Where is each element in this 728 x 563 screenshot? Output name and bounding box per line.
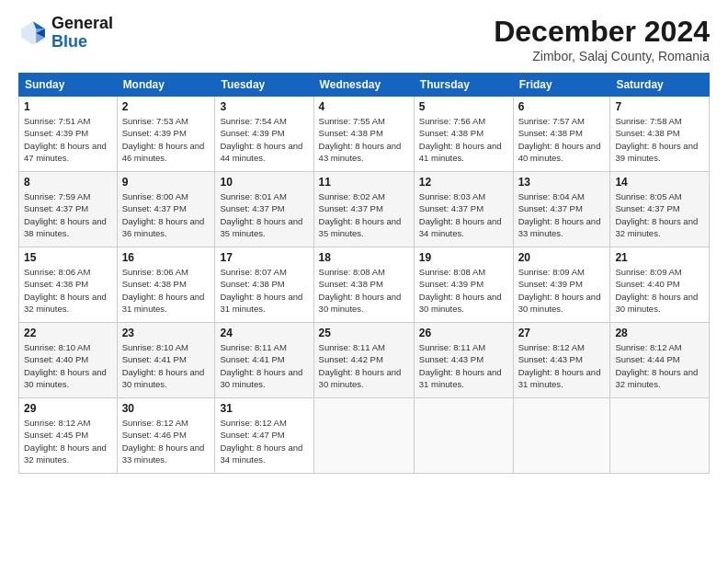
calendar-cell: [610, 398, 710, 474]
day-info: Sunrise: 8:06 AMSunset: 4:38 PMDaylight:…: [24, 267, 107, 314]
day-number: 15: [24, 251, 112, 264]
day-number: 7: [615, 100, 704, 113]
calendar-cell: 27 Sunrise: 8:12 AMSunset: 4:43 PMDaylig…: [513, 323, 610, 398]
calendar-cell: 6 Sunrise: 7:57 AMSunset: 4:38 PMDayligh…: [513, 97, 610, 172]
calendar-cell: 25 Sunrise: 8:11 AMSunset: 4:42 PMDaylig…: [313, 323, 414, 398]
weekday-header-friday: Friday: [513, 74, 610, 97]
day-info: Sunrise: 7:57 AMSunset: 4:38 PMDaylight:…: [518, 116, 601, 163]
day-number: 29: [24, 402, 112, 415]
calendar-week-row: 8 Sunrise: 7:59 AMSunset: 4:37 PMDayligh…: [19, 172, 710, 247]
day-info: Sunrise: 8:10 AMSunset: 4:41 PMDaylight:…: [122, 342, 205, 389]
calendar-cell: 2 Sunrise: 7:53 AMSunset: 4:39 PMDayligh…: [117, 97, 215, 172]
day-number: 4: [319, 100, 409, 113]
calendar-week-row: 1 Sunrise: 7:51 AMSunset: 4:39 PMDayligh…: [19, 97, 710, 172]
day-number: 14: [615, 176, 704, 189]
calendar-cell: 24 Sunrise: 8:11 AMSunset: 4:41 PMDaylig…: [215, 323, 313, 398]
calendar-cell: 26 Sunrise: 8:11 AMSunset: 4:43 PMDaylig…: [414, 323, 513, 398]
day-number: 21: [615, 251, 704, 264]
day-number: 8: [24, 176, 112, 189]
calendar-cell: [513, 398, 610, 474]
calendar-cell: 20 Sunrise: 8:09 AMSunset: 4:39 PMDaylig…: [513, 247, 610, 323]
day-info: Sunrise: 8:06 AMSunset: 4:38 PMDaylight:…: [122, 267, 205, 314]
day-number: 18: [319, 251, 409, 264]
day-info: Sunrise: 8:02 AMSunset: 4:37 PMDaylight:…: [319, 191, 402, 238]
location-subtitle: Zimbor, Salaj County, Romania: [494, 49, 710, 63]
day-info: Sunrise: 7:51 AMSunset: 4:39 PMDaylight:…: [24, 116, 107, 163]
calendar-cell: 8 Sunrise: 7:59 AMSunset: 4:37 PMDayligh…: [19, 172, 118, 247]
day-info: Sunrise: 8:12 AMSunset: 4:45 PMDaylight:…: [24, 418, 107, 465]
day-number: 30: [122, 402, 210, 415]
day-number: 13: [518, 176, 606, 189]
calendar-cell: 11 Sunrise: 8:02 AMSunset: 4:37 PMDaylig…: [313, 172, 414, 247]
calendar-week-row: 22 Sunrise: 8:10 AMSunset: 4:40 PMDaylig…: [19, 323, 710, 398]
calendar-cell: 31 Sunrise: 8:12 AMSunset: 4:47 PMDaylig…: [215, 398, 313, 474]
calendar-cell: 14 Sunrise: 8:05 AMSunset: 4:37 PMDaylig…: [610, 172, 710, 247]
day-info: Sunrise: 8:09 AMSunset: 4:39 PMDaylight:…: [518, 267, 601, 314]
day-number: 23: [122, 327, 210, 339]
day-info: Sunrise: 8:04 AMSunset: 4:37 PMDaylight:…: [518, 191, 601, 238]
calendar-cell: [313, 398, 414, 474]
day-number: 5: [419, 100, 508, 113]
calendar-cell: 9 Sunrise: 8:00 AMSunset: 4:37 PMDayligh…: [117, 172, 215, 247]
logo-general: General: [51, 15, 113, 33]
day-info: Sunrise: 7:54 AMSunset: 4:39 PMDaylight:…: [220, 116, 302, 163]
day-number: 20: [518, 251, 606, 264]
calendar-cell: 19 Sunrise: 8:08 AMSunset: 4:39 PMDaylig…: [414, 247, 513, 323]
calendar-cell: 10 Sunrise: 8:01 AMSunset: 4:37 PMDaylig…: [215, 172, 313, 247]
logo-icon: [18, 18, 48, 48]
logo-blue: Blue: [51, 33, 113, 52]
weekday-header-sunday: Sunday: [19, 74, 118, 97]
calendar-cell: 21 Sunrise: 8:09 AMSunset: 4:40 PMDaylig…: [610, 247, 710, 323]
weekday-header-thursday: Thursday: [414, 74, 513, 97]
day-number: 28: [615, 327, 704, 339]
calendar-cell: 5 Sunrise: 7:56 AMSunset: 4:38 PMDayligh…: [414, 97, 513, 172]
day-info: Sunrise: 8:00 AMSunset: 4:37 PMDaylight:…: [122, 191, 205, 238]
calendar-table: SundayMondayTuesdayWednesdayThursdayFrid…: [18, 73, 710, 474]
day-number: 9: [122, 176, 210, 189]
day-info: Sunrise: 8:12 AMSunset: 4:46 PMDaylight:…: [122, 418, 205, 465]
day-info: Sunrise: 7:53 AMSunset: 4:39 PMDaylight:…: [122, 116, 205, 163]
calendar-cell: 13 Sunrise: 8:04 AMSunset: 4:37 PMDaylig…: [513, 172, 610, 247]
calendar-cell: 15 Sunrise: 8:06 AMSunset: 4:38 PMDaylig…: [19, 247, 118, 323]
weekday-header-row: SundayMondayTuesdayWednesdayThursdayFrid…: [19, 74, 710, 97]
day-number: 31: [220, 402, 308, 415]
day-number: 27: [518, 327, 606, 339]
day-number: 12: [419, 176, 508, 189]
day-info: Sunrise: 8:03 AMSunset: 4:37 PMDaylight:…: [419, 191, 502, 238]
weekday-header-tuesday: Tuesday: [215, 74, 313, 97]
day-number: 1: [24, 100, 112, 113]
day-number: 26: [419, 327, 508, 339]
day-info: Sunrise: 8:11 AMSunset: 4:41 PMDaylight:…: [220, 342, 302, 389]
day-info: Sunrise: 8:11 AMSunset: 4:43 PMDaylight:…: [419, 342, 502, 389]
day-info: Sunrise: 7:56 AMSunset: 4:38 PMDaylight:…: [419, 116, 502, 163]
day-number: 10: [220, 176, 308, 189]
calendar-cell: 1 Sunrise: 7:51 AMSunset: 4:39 PMDayligh…: [19, 97, 118, 172]
calendar-cell: 3 Sunrise: 7:54 AMSunset: 4:39 PMDayligh…: [215, 97, 313, 172]
weekday-header-wednesday: Wednesday: [313, 74, 414, 97]
day-number: 24: [220, 327, 308, 339]
calendar-cell: 4 Sunrise: 7:55 AMSunset: 4:38 PMDayligh…: [313, 97, 414, 172]
day-info: Sunrise: 8:09 AMSunset: 4:40 PMDaylight:…: [615, 267, 698, 314]
day-info: Sunrise: 7:59 AMSunset: 4:37 PMDaylight:…: [24, 191, 107, 238]
day-number: 25: [319, 327, 409, 339]
calendar-cell: 28 Sunrise: 8:12 AMSunset: 4:44 PMDaylig…: [610, 323, 710, 398]
logo-text: General Blue: [51, 15, 113, 52]
calendar-cell: [414, 398, 513, 474]
day-info: Sunrise: 8:01 AMSunset: 4:37 PMDaylight:…: [220, 191, 302, 238]
calendar-cell: 12 Sunrise: 8:03 AMSunset: 4:37 PMDaylig…: [414, 172, 513, 247]
header: General Blue December 2024 Zimbor, Salaj…: [18, 15, 710, 63]
calendar-cell: 17 Sunrise: 8:07 AMSunset: 4:38 PMDaylig…: [215, 247, 313, 323]
calendar-cell: 30 Sunrise: 8:12 AMSunset: 4:46 PMDaylig…: [117, 398, 215, 474]
day-number: 6: [518, 100, 606, 113]
day-info: Sunrise: 8:10 AMSunset: 4:40 PMDaylight:…: [24, 342, 107, 389]
weekday-header-monday: Monday: [117, 74, 215, 97]
day-number: 11: [319, 176, 409, 189]
day-number: 2: [122, 100, 210, 113]
calendar-cell: 23 Sunrise: 8:10 AMSunset: 4:41 PMDaylig…: [117, 323, 215, 398]
title-block: December 2024 Zimbor, Salaj County, Roma…: [494, 15, 710, 63]
day-info: Sunrise: 8:08 AMSunset: 4:39 PMDaylight:…: [419, 267, 502, 314]
calendar-cell: 18 Sunrise: 8:08 AMSunset: 4:38 PMDaylig…: [313, 247, 414, 323]
day-info: Sunrise: 7:58 AMSunset: 4:38 PMDaylight:…: [615, 116, 698, 163]
calendar-cell: 22 Sunrise: 8:10 AMSunset: 4:40 PMDaylig…: [19, 323, 118, 398]
calendar-cell: 29 Sunrise: 8:12 AMSunset: 4:45 PMDaylig…: [19, 398, 118, 474]
